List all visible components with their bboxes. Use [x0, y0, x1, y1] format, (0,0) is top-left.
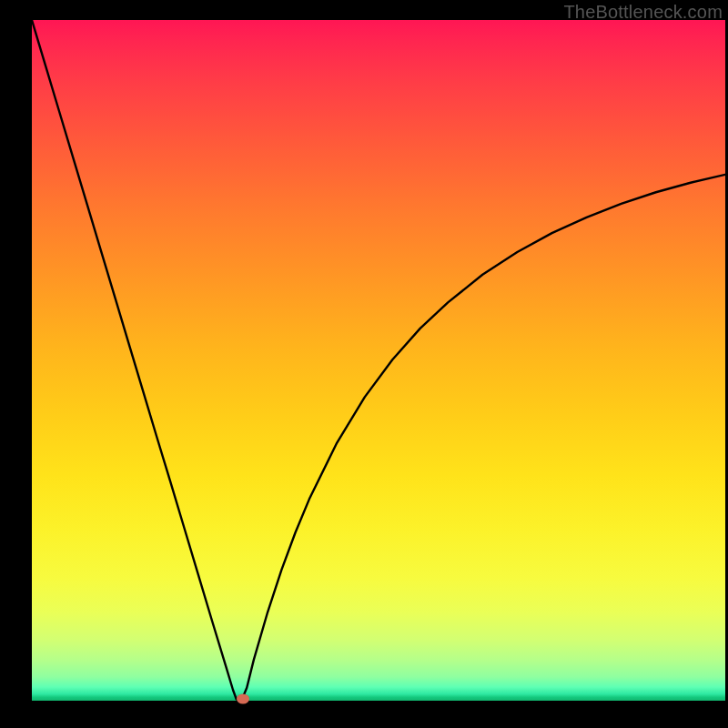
plot-area	[32, 20, 725, 701]
bottleneck-curve	[32, 20, 725, 701]
optimal-point-marker	[237, 693, 249, 703]
chart-frame: TheBottleneck.com	[0, 0, 728, 728]
watermark-text: TheBottleneck.com	[563, 2, 723, 23]
